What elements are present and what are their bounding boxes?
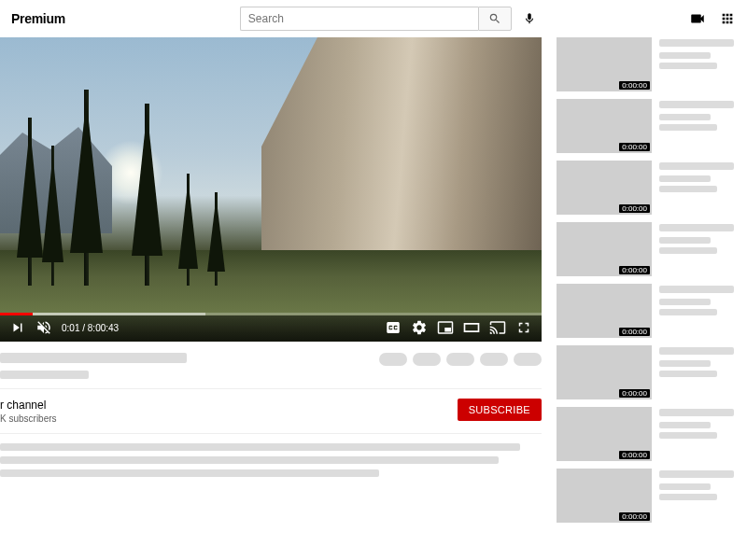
recommended-item[interactable]: 0:00:00 <box>557 37 743 91</box>
channel-row: r channel K subscribers SUBSCRIBE <box>0 388 542 434</box>
miniplayer-icon <box>437 319 454 336</box>
thumbnail: 0:00:00 <box>557 37 652 91</box>
fullscreen-icon <box>515 319 532 336</box>
recommended-item[interactable]: 0:00:00 <box>557 222 743 276</box>
volume-muted-icon <box>35 319 52 336</box>
video-frame <box>0 37 542 342</box>
recommended-item[interactable]: 0:00:00 <box>557 469 743 523</box>
recommended-item[interactable]: 0:00:00 <box>557 161 743 215</box>
recommended-meta <box>659 284 743 338</box>
duration-badge: 0:00:00 <box>619 266 650 274</box>
skip-next-icon <box>9 319 26 336</box>
time-display: 0:01 / 8:00:43 <box>62 323 119 333</box>
description <box>0 434 542 492</box>
settings-button[interactable] <box>411 319 428 336</box>
duration-badge: 0:00:00 <box>619 81 650 90</box>
subscriber-count: K subscribers <box>0 413 458 424</box>
duration-badge: 0:00:00 <box>619 451 650 459</box>
search-button[interactable] <box>478 7 512 31</box>
thumbnail: 0:00:00 <box>557 407 652 461</box>
total-duration: 8:00:43 <box>88 323 119 333</box>
thumbnail: 0:00:00 <box>557 345 652 399</box>
recommended-item[interactable]: 0:00:00 <box>557 99 743 153</box>
action-pill[interactable] <box>446 353 474 366</box>
captions-button[interactable] <box>385 319 402 336</box>
search-icon <box>488 12 501 25</box>
gear-icon <box>411 319 428 336</box>
video-actions <box>379 353 542 366</box>
theater-icon <box>462 318 481 337</box>
recommended-meta <box>659 469 743 523</box>
header: Premium <box>0 0 747 37</box>
mute-button[interactable] <box>35 319 52 336</box>
content: 0:01 / 8:00:43 <box>0 37 747 530</box>
apps-grid-icon <box>720 11 735 26</box>
recommended-meta <box>659 345 743 399</box>
action-pill[interactable] <box>514 353 542 366</box>
cc-icon <box>385 319 402 336</box>
thumbnail: 0:00:00 <box>557 222 652 276</box>
thumbnail: 0:00:00 <box>557 161 652 215</box>
subscribe-button[interactable]: SUBSCRIBE <box>458 399 542 421</box>
player-controls: 0:01 / 8:00:43 <box>0 314 542 342</box>
duration-badge: 0:00:00 <box>619 512 650 521</box>
search-input[interactable] <box>240 7 478 31</box>
recommended-meta <box>659 99 743 153</box>
brand-logo-text[interactable]: Premium <box>11 11 65 26</box>
recommended-meta <box>659 222 743 276</box>
recommended-meta <box>659 161 743 215</box>
theater-button[interactable] <box>463 319 480 336</box>
apps-button[interactable] <box>719 10 736 27</box>
video-player[interactable]: 0:01 / 8:00:43 <box>0 37 542 342</box>
create-button[interactable] <box>689 10 706 27</box>
elapsed-time: 0:01 <box>62 323 79 333</box>
desc-line <box>0 469 379 477</box>
header-actions <box>689 10 736 27</box>
action-pill[interactable] <box>480 353 508 366</box>
video-title-placeholder <box>0 353 187 363</box>
video-camera-icon <box>689 10 706 27</box>
fullscreen-button[interactable] <box>515 319 532 336</box>
thumbnail: 0:00:00 <box>557 469 652 523</box>
action-pill[interactable] <box>379 353 407 366</box>
cast-button[interactable] <box>489 319 506 336</box>
miniplayer-button[interactable] <box>437 319 454 336</box>
thumbnail: 0:00:00 <box>557 99 652 153</box>
thumbnail: 0:00:00 <box>557 284 652 338</box>
action-pill[interactable] <box>413 353 441 366</box>
duration-badge: 0:00:00 <box>619 328 650 336</box>
recommended-meta <box>659 37 743 91</box>
duration-badge: 0:00:00 <box>619 143 650 151</box>
sidebar: 0:00:00 0:00:00 0:00:00 0:00:00 0:00:00 … <box>557 37 747 530</box>
duration-badge: 0:00:00 <box>619 389 650 398</box>
recommended-item[interactable]: 0:00:00 <box>557 407 743 461</box>
voice-search-button[interactable] <box>517 7 542 31</box>
recommended-meta <box>659 407 743 461</box>
desc-line <box>0 443 520 451</box>
cast-icon <box>489 319 506 336</box>
main-column: 0:01 / 8:00:43 <box>0 37 542 530</box>
next-button[interactable] <box>9 319 26 336</box>
recommended-item[interactable]: 0:00:00 <box>557 284 743 338</box>
channel-info[interactable]: r channel K subscribers <box>0 399 458 424</box>
search-container <box>240 7 542 31</box>
video-stats-placeholder <box>0 371 89 379</box>
channel-name: r channel <box>0 399 458 412</box>
desc-line <box>0 456 499 464</box>
video-meta <box>0 342 542 388</box>
recommended-item[interactable]: 0:00:00 <box>557 345 743 399</box>
duration-badge: 0:00:00 <box>619 204 650 213</box>
microphone-icon <box>523 12 536 25</box>
